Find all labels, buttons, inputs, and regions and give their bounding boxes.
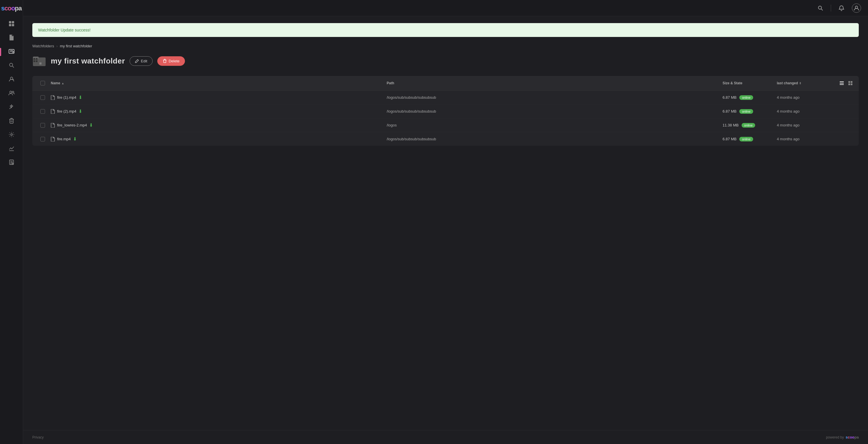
svg-rect-29 <box>33 60 35 62</box>
table-header: Name ▲ Path Size & State last changed ⇕ <box>32 76 859 91</box>
svg-rect-27 <box>33 58 35 60</box>
page-title: my first watchfolder <box>51 57 125 65</box>
magic-icon <box>9 104 14 111</box>
sidebar: scoopa <box>0 0 23 444</box>
cell-name-3: fire.mp4 ⬇ <box>51 136 384 142</box>
download-arrow-0: ⬇ <box>79 95 82 100</box>
sidebar-item-magic[interactable] <box>4 101 19 114</box>
breadcrumb-current: my first watchfolder <box>60 44 92 48</box>
select-all-checkbox[interactable] <box>40 81 45 85</box>
notifications-button[interactable] <box>837 3 846 13</box>
table-body: fire (1).mp4 ⬇ /logos/sub/subsub/subsubs… <box>32 91 859 146</box>
svg-rect-37 <box>848 83 850 85</box>
sort-icon[interactable]: ▲ <box>61 82 64 85</box>
edit-icon <box>135 59 139 63</box>
files-table: Name ▲ Path Size & State last changed ⇕ <box>32 76 859 146</box>
download-arrow-1: ⬇ <box>79 109 82 114</box>
svg-point-10 <box>10 77 13 79</box>
sidebar-item-teams[interactable] <box>4 87 19 100</box>
sidebar-item-trash[interactable] <box>4 115 19 127</box>
sort-changed-icon[interactable]: ⇕ <box>799 82 801 85</box>
brand-logo: scoopa <box>1 5 22 12</box>
file-name-3: fire.mp4 <box>57 137 71 141</box>
user-avatar[interactable] <box>852 3 861 13</box>
sidebar-item-watchfolders[interactable] <box>4 46 19 58</box>
main-panel: Watchfolder Update success! Watchfolders… <box>23 0 868 444</box>
svg-rect-33 <box>840 83 844 83</box>
file-icon <box>51 109 55 114</box>
cell-changed-0: 4 months ago <box>777 95 835 99</box>
col-view-toggle <box>837 79 854 87</box>
dashboard-icon <box>9 21 14 28</box>
svg-rect-32 <box>840 81 844 82</box>
svg-text:⊞: ⊞ <box>39 62 41 65</box>
analytics-icon <box>9 146 14 153</box>
sidebar-item-analytics[interactable] <box>4 143 19 155</box>
col-last-changed: last changed ⇕ <box>777 81 835 85</box>
cell-size-2: 11.38 MB online <box>722 123 775 127</box>
svg-point-8 <box>9 63 13 66</box>
col-size-state: Size & State <box>722 81 775 85</box>
sidebar-item-documents[interactable] <box>4 32 19 45</box>
svg-rect-30 <box>36 60 37 62</box>
file-name-0: fire (1).mp4 <box>57 95 76 99</box>
watchfolder-icon-large: ⊞ <box>32 54 46 68</box>
grid-view-button[interactable] <box>847 79 854 87</box>
svg-point-12 <box>9 91 11 93</box>
footer: Privacy powered by scoopa <box>23 430 868 444</box>
status-badge-1: online <box>739 109 753 114</box>
file-size-1: 6.87 MB <box>722 109 736 114</box>
sidebar-item-settings[interactable] <box>4 129 19 142</box>
cell-changed-1: 4 months ago <box>777 109 835 114</box>
topnav <box>23 0 868 16</box>
sidebar-item-notes[interactable] <box>4 156 19 169</box>
file-name-1: fire (2).mp4 <box>57 109 76 114</box>
svg-rect-0 <box>9 21 11 23</box>
cell-size-0: 6.87 MB online <box>722 95 775 100</box>
sidebar-item-search[interactable] <box>4 59 19 72</box>
row-checkbox-1[interactable] <box>40 109 45 114</box>
download-arrow-3: ⬇ <box>73 136 77 142</box>
notes-icon <box>9 159 14 167</box>
cell-changed-2: 4 months ago <box>777 123 835 127</box>
success-text: Watchfolder Update success! <box>38 28 91 32</box>
list-view-button[interactable] <box>838 79 845 87</box>
row-checkbox-3[interactable] <box>40 137 45 142</box>
user-icon <box>9 76 14 83</box>
svg-rect-1 <box>12 21 14 23</box>
breadcrumb: Watchfolders › my first watchfolder <box>32 44 859 48</box>
cell-path-0: /logos/sub/subsub/subsubsub <box>387 95 720 99</box>
cell-path-2: /logos <box>387 123 720 127</box>
svg-rect-2 <box>9 24 11 26</box>
cell-path-1: /logos/sub/subsub/subsubsub <box>387 109 720 114</box>
file-size-0: 6.87 MB <box>722 95 736 99</box>
search-button[interactable] <box>816 3 825 13</box>
col-name: Name ▲ <box>51 81 384 85</box>
delete-button[interactable]: Delete <box>157 56 185 66</box>
footer-brand: powered by scoopa <box>826 435 859 439</box>
row-checkbox-2[interactable] <box>40 123 45 127</box>
sidebar-item-dashboard[interactable] <box>4 18 19 31</box>
delete-icon <box>163 59 167 63</box>
sidebar-item-users[interactable] <box>4 73 19 86</box>
powered-by-text: powered by <box>826 435 844 439</box>
edit-button[interactable]: Edit <box>130 56 153 66</box>
svg-point-7 <box>12 51 14 53</box>
table-row: fire_lowres-2.mp4 ⬇ /logos 11.38 MB onli… <box>32 118 859 132</box>
svg-point-22 <box>818 6 822 9</box>
svg-point-16 <box>11 134 12 136</box>
svg-rect-34 <box>840 84 844 85</box>
col-path: Path <box>387 81 720 85</box>
svg-line-23 <box>821 9 823 10</box>
cell-name-1: fire (2).mp4 ⬇ <box>51 109 384 114</box>
row-checkbox-0[interactable] <box>40 95 45 100</box>
footer-logo: scoopa <box>845 435 859 439</box>
cell-changed-3: 4 months ago <box>777 137 835 141</box>
teams-icon <box>8 90 15 97</box>
privacy-link[interactable]: Privacy <box>32 435 43 439</box>
download-arrow-2: ⬇ <box>89 122 93 128</box>
cell-path-3: /logos/sub/subsub/subsubsub <box>387 137 720 141</box>
file-size-3: 6.87 MB <box>722 137 736 141</box>
breadcrumb-parent[interactable]: Watchfolders <box>32 44 54 48</box>
status-badge-2: online <box>742 123 755 127</box>
